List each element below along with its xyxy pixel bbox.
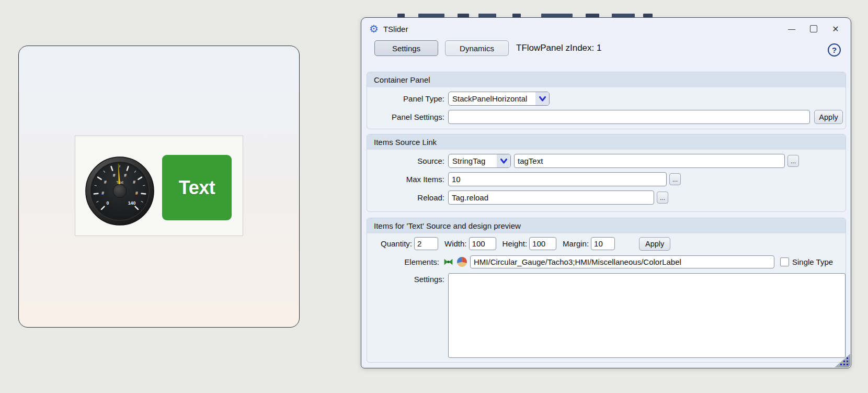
max-items-row: Max Items: ... [367,172,846,186]
height-label: Height: [502,239,528,248]
panel-settings-row: Panel Settings: Apply [367,110,846,124]
max-items-input[interactable] [448,172,667,186]
color-label-text: Text [179,177,215,199]
elements-row: Elements: Single Type [367,255,846,269]
source-type-select[interactable]: StringTag [448,154,511,168]
section-header: Container Panel [367,72,846,87]
source-tag-input[interactable] [514,154,785,168]
grip-dot [843,364,845,365]
width-label: Width: [444,239,467,248]
width-input[interactable] [469,237,496,250]
color-label-widget[interactable]: Text [162,155,232,220]
desktop: 0######140 Text Text ⚙ TSlider — ✕ Setti… [0,0,868,393]
source-more-button[interactable]: ... [787,155,799,167]
source-label: Source: [372,156,444,165]
panel-settings-apply-button[interactable]: Apply [814,110,843,124]
source-type-value: StringTag [449,156,497,165]
maximize-icon [810,25,817,32]
maximize-button[interactable] [803,21,825,37]
dimensions-row: Quantity: Width: Height: Margin: Apply [367,237,846,251]
panel-type-select[interactable]: StackPanelHorizontal [448,92,550,106]
window-controls: — ✕ [781,21,847,37]
reload-row: Reload: ... [367,190,846,205]
svg-text:0: 0 [107,200,109,206]
panel-type-row: Panel Type: StackPanelHorizontal [367,92,846,106]
reload-input[interactable] [448,190,654,205]
colorlabel-element-icon [456,256,467,267]
settings-label: Settings: [372,273,444,286]
max-items-more-button[interactable]: ... [669,173,681,185]
quantity-input[interactable] [414,237,438,250]
circular-gauge-tacho3-widget[interactable]: 0######140 Text [84,155,155,227]
panel-settings-label: Panel Settings: [372,113,444,121]
flow-panel-preview[interactable]: 0######140 Text Text [75,136,243,236]
reload-label: Reload: [372,193,444,202]
close-button[interactable]: ✕ [825,21,847,37]
grip-dot [847,357,848,359]
elements-input[interactable] [470,255,774,268]
gauge-face: 0######140 Text [84,155,155,227]
source-row: Source: StringTag ... [367,154,846,168]
svg-text:#: # [135,190,138,196]
dimensions-apply-button[interactable]: Apply [639,237,670,251]
svg-text:#: # [113,173,116,178]
margin-label: Margin: [563,239,589,248]
window-title: TSlider [383,25,408,33]
elements-label: Elements: [372,257,439,266]
settings-textarea[interactable] [448,273,846,358]
height-input[interactable] [529,237,556,250]
svg-text:140: 140 [128,200,136,206]
help-icon[interactable]: ? [828,43,841,57]
grip-dot [843,361,845,362]
section-header: Items for 'Text' Source and design previ… [367,218,846,233]
chevron-down-icon[interactable] [497,154,510,167]
chevron-down-icon[interactable] [535,92,549,105]
max-items-label: Max Items: [372,175,444,184]
grip-dot [847,364,848,365]
quantity-label: Quantity: [381,239,412,248]
tab-row: Settings Dynamics TFlowPanel zIndex: 1 ? [361,40,851,57]
tab-dynamics[interactable]: Dynamics [445,40,509,56]
design-canvas-panel: 0######140 Text Text [18,46,300,328]
section-items-source-link: Items Source Link Source: StringTag ... … [367,134,846,212]
grip-dot [847,361,848,362]
grip-dot [840,364,842,365]
margin-input[interactable] [591,237,615,250]
section-items-preview: Items for 'Text' Source and design previ… [367,218,846,363]
titlebar[interactable]: ⚙ TSlider — ✕ [361,18,851,40]
tslider-dialog: ⚙ TSlider — ✕ Settings Dynamics TFlowPan… [361,17,851,368]
gear-icon: ⚙ [369,24,379,34]
section-container-panel: Container Panel Panel Type: StackPanelHo… [367,72,846,129]
svg-text:#: # [104,179,107,185]
selected-element-label: TFlowPanel zIndex: 1 [516,40,601,56]
svg-text:#: # [124,173,127,178]
panel-settings-input[interactable] [448,110,810,124]
tab-settings[interactable]: Settings [374,40,438,56]
minimize-button[interactable]: — [781,21,803,37]
settings-row: Settings: [367,273,846,358]
svg-text:#: # [101,190,104,196]
panel-type-label: Panel Type: [372,94,444,103]
section-header: Items Source Link [367,134,846,150]
svg-text:#: # [133,179,135,185]
panel-type-value: StackPanelHorizontal [449,94,535,103]
single-type-label: Single Type [792,257,833,266]
reload-more-button[interactable]: ... [657,192,668,204]
single-type-checkbox[interactable] [780,257,789,266]
tacho-element-icon [443,256,454,267]
